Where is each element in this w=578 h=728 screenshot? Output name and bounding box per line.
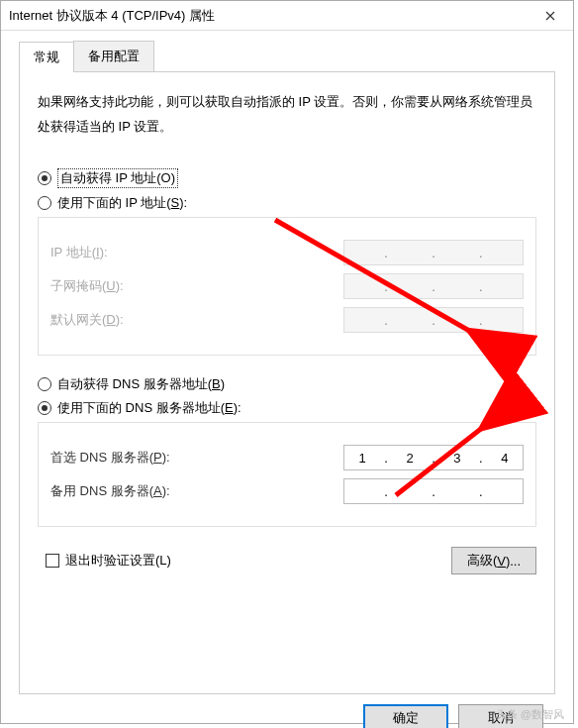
- pref-dns-input[interactable]: 1.2.3.4: [343, 445, 524, 470]
- dns-group: 首选 DNS 服务器(P): 1.2.3.4 备用 DNS 服务器(A): ..…: [38, 422, 536, 527]
- radio-ip-auto[interactable]: [38, 171, 51, 185]
- subnet-mask-label: 子网掩码(U):: [50, 277, 124, 295]
- alt-dns-label: 备用 DNS 服务器(A):: [50, 482, 170, 500]
- pref-dns-row: 首选 DNS 服务器(P): 1.2.3.4: [50, 445, 524, 470]
- tab-alternate[interactable]: 备用配置: [73, 41, 154, 71]
- validate-checkbox-label: 退出时验证设置(L): [65, 552, 171, 570]
- radio-ip-auto-row[interactable]: 自动获得 IP 地址(O): [38, 168, 536, 188]
- radio-dns-auto-row[interactable]: 自动获得 DNS 服务器地址(B): [38, 375, 536, 393]
- pref-dns-label: 首选 DNS 服务器(P):: [50, 449, 170, 467]
- ip-address-input: ...: [343, 240, 524, 265]
- close-button[interactable]: [528, 1, 573, 31]
- title-bar: Internet 协议版本 4 (TCP/IPv4) 属性: [1, 1, 573, 31]
- radio-ip-auto-label: 自动获得 IP 地址(O): [57, 168, 178, 188]
- tab-strip: 常规 备用配置: [19, 41, 555, 72]
- ip-address-label: IP 地址(I):: [50, 244, 108, 261]
- gateway-row: 默认网关(D): ...: [50, 307, 524, 333]
- radio-ip-manual-row[interactable]: 使用下面的 IP 地址(S):: [38, 194, 536, 212]
- dialog-window: Internet 协议版本 4 (TCP/IPv4) 属性 常规 备用配置 如果…: [0, 0, 574, 724]
- radio-dns-manual-label: 使用下面的 DNS 服务器地址(E):: [57, 399, 241, 417]
- watermark-text: 头条 @数智风: [496, 707, 564, 722]
- window-title: Internet 协议版本 4 (TCP/IPv4) 属性: [9, 7, 215, 25]
- validate-checkbox-row[interactable]: 退出时验证设置(L): [46, 552, 171, 570]
- radio-dns-manual-row[interactable]: 使用下面的 DNS 服务器地址(E):: [38, 399, 536, 417]
- alt-dns-row: 备用 DNS 服务器(A): ...: [50, 478, 524, 504]
- dialog-button-row: 确定 取消: [19, 694, 555, 728]
- ip-address-row: IP 地址(I): ...: [50, 240, 524, 265]
- subnet-mask-row: 子网掩码(U): ...: [50, 273, 524, 299]
- radio-ip-manual-label: 使用下面的 IP 地址(S):: [57, 194, 187, 212]
- alt-dns-input[interactable]: ...: [343, 478, 524, 504]
- ip-group: IP 地址(I): ... 子网掩码(U): ... 默认网关(D): ...: [38, 217, 536, 356]
- radio-dns-auto[interactable]: [38, 377, 51, 391]
- close-icon: [545, 11, 555, 21]
- tab-general[interactable]: 常规: [19, 42, 74, 72]
- radio-dns-auto-label: 自动获得 DNS 服务器地址(B): [57, 375, 225, 393]
- tab-panel: 如果网络支持此功能，则可以获取自动指派的 IP 设置。否则，你需要从网络系统管理…: [19, 72, 555, 694]
- radio-ip-manual[interactable]: [38, 196, 51, 210]
- radio-dns-manual[interactable]: [38, 401, 51, 415]
- ok-button[interactable]: 确定: [363, 704, 448, 728]
- description-text: 如果网络支持此功能，则可以获取自动指派的 IP 设置。否则，你需要从网络系统管理…: [38, 90, 536, 139]
- gateway-input: ...: [343, 307, 524, 333]
- client-area: 常规 备用配置 如果网络支持此功能，则可以获取自动指派的 IP 设置。否则，你需…: [1, 31, 573, 728]
- subnet-mask-input: ...: [343, 273, 524, 299]
- gateway-label: 默认网关(D):: [50, 311, 124, 329]
- validate-checkbox[interactable]: [46, 554, 59, 568]
- advanced-button[interactable]: 高级(V)...: [451, 547, 536, 574]
